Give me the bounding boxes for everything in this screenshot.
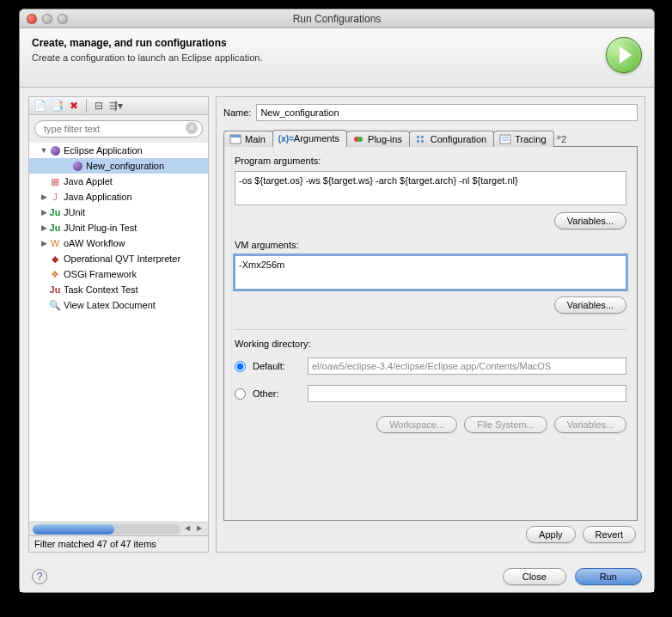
latex-icon: 🔍	[48, 299, 62, 311]
svg-rect-1	[230, 135, 241, 137]
tree-item-label: View Latex Document	[64, 300, 156, 310]
twisty-icon[interactable]: ▶	[40, 223, 48, 232]
junit-icon: Ju	[48, 222, 62, 234]
junit-icon: Ju	[48, 206, 62, 218]
tab-label: Plug-ins	[368, 134, 402, 144]
vm-args-label: VM arguments:	[235, 240, 626, 250]
tab-label: Configuration	[431, 134, 486, 144]
svg-point-3	[357, 137, 363, 142]
working-dir-label: Working directory:	[235, 339, 626, 349]
close-button[interactable]: Close	[503, 568, 566, 585]
help-icon[interactable]: ?	[32, 569, 47, 584]
tree-item[interactable]: ▶WoAW Workflow	[29, 235, 208, 251]
clear-filter-icon[interactable]: ×	[186, 122, 198, 134]
header-subtitle: Create a configuration to launch an Ecli…	[32, 52, 262, 63]
program-args-label: Program arguments:	[235, 156, 626, 166]
tree-item-label: OSGi Framework	[64, 269, 137, 279]
name-field[interactable]	[256, 104, 638, 121]
run-button[interactable]: Run	[575, 568, 642, 585]
svg-rect-5	[421, 136, 424, 138]
svg-rect-4	[417, 136, 419, 138]
other-dir-radio[interactable]	[235, 388, 246, 400]
tab-bar: Main(x)=ArgumentsPlug-insConfigurationTr…	[223, 130, 638, 147]
tree-item-label: Eclipse Application	[64, 145, 143, 156]
tree-item[interactable]: ▦Java Applet	[29, 174, 208, 189]
tab-label: Main	[245, 134, 266, 144]
scroll-left-icon[interactable]: ◀	[182, 524, 192, 535]
tree-item[interactable]: ▶JuJUnit Plug-in Test	[29, 220, 208, 235]
window-title: Run Configurations	[20, 13, 654, 25]
svg-rect-7	[421, 140, 424, 143]
eclipse-icon	[70, 160, 84, 172]
twisty-icon[interactable]: ▶	[40, 239, 48, 247]
delete-config-icon[interactable]: ✖	[67, 99, 81, 113]
program-variables-button[interactable]: Variables...	[554, 212, 626, 229]
config-tab-icon	[415, 134, 427, 144]
tree-item[interactable]: JuTask Context Test	[29, 282, 208, 297]
dialog-footer: ? Close Run	[20, 561, 654, 592]
config-tree[interactable]: ▼Eclipse ApplicationNew_configuration▦Ja…	[29, 143, 208, 522]
tree-item-label: Operational QVT Interpreter	[64, 254, 180, 264]
scroll-right-icon[interactable]: ▶	[194, 524, 205, 535]
filter-input[interactable]	[34, 120, 203, 137]
osgi-icon: ❖	[48, 268, 62, 280]
tree-item-label: oAW Workflow	[64, 238, 125, 248]
tab-arguments[interactable]: (x)=Arguments	[272, 130, 347, 147]
duplicate-config-icon[interactable]: 📑	[50, 99, 64, 113]
vm-variables-button[interactable]: Variables...	[554, 296, 626, 314]
header-title: Create, manage, and run configurations	[32, 37, 262, 49]
wd-variables-button[interactable]: Variables...	[554, 416, 626, 433]
default-dir-radio[interactable]	[235, 361, 246, 372]
args-tab-icon: (x)=	[278, 133, 290, 144]
tree-item-label: New_configuration	[86, 161, 164, 171]
filter-status: Filter matched 47 of 47 items	[29, 535, 208, 552]
filter-menu-icon[interactable]: ⇶▾	[109, 99, 123, 113]
tree-item-label: Task Context Test	[64, 284, 138, 295]
config-toolbar: 📄 📑 ✖ ⊟ ⇶▾	[29, 97, 208, 115]
task-icon: Ju	[48, 284, 62, 296]
java-icon: J	[48, 191, 62, 203]
arguments-tab-content: Program arguments: Variables... VM argum…	[223, 147, 638, 521]
collapse-all-icon[interactable]: ⊟	[92, 99, 106, 113]
eclipse-icon	[48, 144, 62, 156]
tree-item-label: Java Application	[64, 192, 132, 202]
svg-rect-6	[417, 140, 419, 143]
tree-item-label: Java Applet	[64, 176, 113, 186]
svg-rect-8	[500, 135, 510, 144]
horizontal-scrollbar[interactable]: ◀ ▶	[29, 522, 208, 535]
config-editor: Name: Main(x)=ArgumentsPlug-insConfigura…	[216, 96, 645, 553]
tab-overflow-icon[interactable]: »2	[553, 131, 571, 146]
apply-button[interactable]: Apply	[526, 526, 576, 543]
vm-args-field[interactable]	[235, 255, 626, 290]
revert-button[interactable]: Revert	[583, 526, 636, 543]
tree-item[interactable]: ▼Eclipse Application	[29, 143, 208, 158]
tab-label: Arguments	[294, 133, 339, 144]
tree-item[interactable]: ◆Operational QVT Interpreter	[29, 251, 208, 266]
other-dir-label: Other:	[253, 388, 301, 399]
tab-tracing[interactable]: Tracing	[493, 131, 553, 147]
tree-item[interactable]: ▶JJava Application	[29, 189, 208, 205]
new-config-icon[interactable]: 📄	[33, 99, 46, 113]
workflow-icon: W	[48, 237, 62, 249]
twisty-icon[interactable]: ▼	[40, 146, 48, 155]
tab-configuration[interactable]: Configuration	[409, 131, 494, 147]
filesystem-button[interactable]: File System...	[464, 416, 547, 433]
default-dir-field	[308, 357, 626, 375]
program-args-field[interactable]	[235, 171, 626, 205]
applet-icon: ▦	[48, 175, 62, 187]
tree-item[interactable]: 🔍View Latex Document	[29, 297, 208, 313]
tab-label: Tracing	[515, 134, 546, 144]
twisty-icon[interactable]: ▶	[40, 208, 48, 217]
workspace-button[interactable]: Workspace...	[376, 416, 457, 433]
tree-item[interactable]: ▶JuJUnit	[29, 205, 208, 220]
tab-main[interactable]: Main	[223, 131, 273, 147]
titlebar: Run Configurations	[20, 9, 654, 28]
tree-item[interactable]: ❖OSGi Framework	[29, 266, 208, 282]
play-icon	[606, 37, 642, 73]
plugins-tab-icon	[352, 134, 364, 144]
twisty-icon[interactable]: ▶	[40, 192, 48, 201]
tab-plug-ins[interactable]: Plug-ins	[346, 131, 410, 147]
divider	[235, 329, 626, 330]
configurations-panel: 📄 📑 ✖ ⊟ ⇶▾ × ▼Eclipse ApplicationNew_con…	[28, 96, 209, 553]
tree-item[interactable]: New_configuration	[29, 158, 208, 174]
